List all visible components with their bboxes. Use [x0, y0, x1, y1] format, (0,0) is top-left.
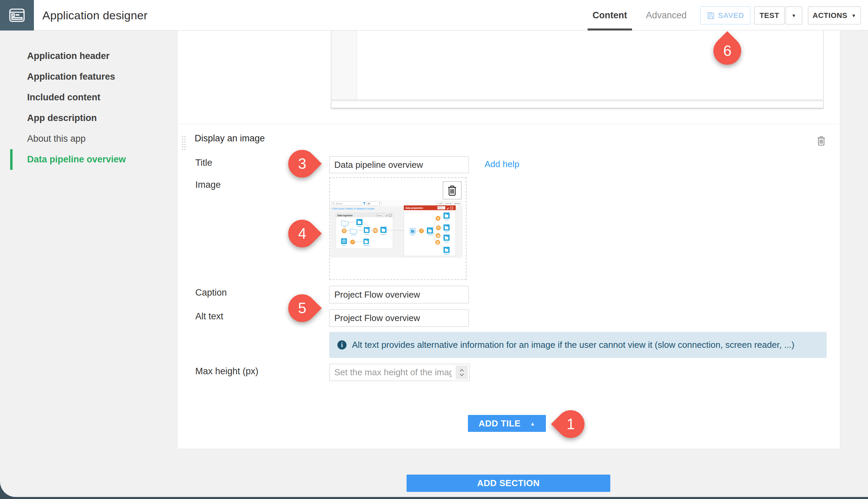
recipe-node — [342, 229, 346, 233]
dataset-node — [364, 227, 370, 233]
remove-image-trash-icon[interactable] — [443, 181, 462, 199]
add-tile-button[interactable]: ADD TILE ▲ — [468, 415, 546, 432]
annotation-marker-5: 5 — [288, 294, 316, 322]
flow-object-counts: 2 flow zones 3 folders 10 datasets 8 rec… — [332, 207, 375, 210]
flow-add-dataset-button: + DATASET — [453, 203, 461, 204]
info-banner-text: Alt text provides alternative informatio… — [352, 340, 794, 350]
editor-footer-bar — [331, 101, 823, 108]
sidebar-item-data-pipeline-overview[interactable]: Data pipeline overview — [0, 149, 177, 170]
sidebar-item-about-this-app[interactable]: About this app — [0, 129, 177, 149]
sidebar-item-application-features[interactable]: Application features — [0, 66, 177, 87]
caption-input[interactable] — [329, 286, 469, 303]
annotation-marker-1: 1 — [557, 410, 585, 438]
dataset-node — [380, 227, 387, 233]
top-bar: Application designer Content Advanced SA… — [0, 0, 868, 31]
title-field-label: Title — [195, 158, 212, 168]
dataset-node — [356, 219, 363, 225]
application-designer-icon — [9, 9, 25, 22]
recipe-node — [435, 240, 440, 245]
save-floppy-icon — [707, 12, 715, 20]
image-field-label: Image — [195, 180, 221, 190]
max-height-field-label: Max height (px) — [195, 366, 258, 377]
alt-text-info-banner: i Alt text provides alternative informat… — [329, 332, 827, 358]
chevron-down-icon: ▼ — [791, 13, 796, 18]
dataset-node — [443, 247, 450, 253]
title-input[interactable] — [329, 156, 469, 173]
alt-text-input[interactable] — [329, 309, 469, 327]
chevron-down-icon: ▼ — [852, 13, 856, 18]
dataset-node — [443, 212, 450, 219]
upload-node — [341, 238, 347, 244]
image-dropzone[interactable]: Search All + ZONE + RECIPE + DATASET 2 f… — [329, 177, 466, 280]
saved-button[interactable]: SAVED — [700, 7, 750, 24]
delete-tile-trash-icon[interactable] — [817, 136, 827, 146]
tile-divider — [178, 124, 840, 124]
stepper-up-icon — [460, 369, 464, 372]
info-icon: i — [338, 340, 346, 350]
section-sidebar: Application header Application features … — [0, 46, 177, 170]
flow-add-recipe-button: + RECIPE — [444, 203, 451, 204]
number-stepper[interactable] — [456, 365, 468, 379]
test-dropdown-button[interactable]: ▼ — [786, 7, 802, 24]
zone-preparation-title: Data preparation — [405, 207, 423, 209]
stepper-down-icon — [460, 373, 464, 376]
editor-gutter — [331, 31, 357, 100]
flow-screenshot-thumbnail: Search All + ZONE + RECIPE + DATASET 2 f… — [330, 200, 463, 258]
recipe-node — [373, 228, 378, 233]
recipe-node — [436, 233, 440, 238]
content-panel: Display an image Title Add help Image — [177, 31, 840, 449]
application-designer-page: Application designer Content Advanced SA… — [0, 0, 868, 497]
dataset-node — [364, 239, 369, 244]
flow-search-placeholder: Search — [336, 203, 343, 205]
annotation-marker-4: 4 — [288, 220, 316, 247]
caption-field-label: Caption — [195, 288, 227, 298]
saved-label: SAVED — [718, 11, 744, 20]
svg-text:BUILD: BUILD — [439, 207, 443, 209]
recipe-node — [436, 226, 441, 230]
code-editor-remnant[interactable] — [331, 31, 823, 100]
tab-advanced[interactable]: Advanced — [641, 0, 692, 31]
page-title: Application designer — [42, 0, 147, 31]
add-section-button[interactable]: ADD SECTION — [406, 475, 610, 492]
folder-node — [350, 229, 357, 234]
test-button[interactable]: TEST — [754, 7, 785, 24]
sidebar-item-application-header[interactable]: Application header — [0, 46, 177, 66]
zone-ingestion-title: Data ingestion — [338, 214, 353, 217]
recipe-node — [419, 229, 424, 233]
actions-button[interactable]: ACTIONS ▼ — [808, 7, 861, 24]
recipe-node — [350, 240, 355, 244]
dataset-node — [427, 228, 433, 234]
flow-filter-all: All — [368, 203, 370, 205]
chevron-up-icon: ▲ — [530, 421, 535, 426]
tile-type-heading: Display an image — [195, 133, 265, 144]
active-tab-underline — [588, 28, 632, 31]
shared-dataset-node — [410, 228, 415, 234]
tab-content[interactable]: Content — [588, 0, 632, 31]
max-height-input[interactable] — [329, 364, 469, 381]
dataset-node — [443, 234, 450, 241]
folder-node — [341, 221, 348, 226]
annotation-marker-3: 3 — [288, 150, 316, 178]
flow-add-zone-button: + ZONE — [437, 203, 442, 204]
sidebar-item-included-content[interactable]: Included content — [0, 87, 177, 108]
add-help-link[interactable]: Add help — [485, 159, 519, 170]
app-logo[interactable] — [0, 0, 34, 31]
alt-text-field-label: Alt text — [195, 311, 223, 322]
sidebar-item-app-description[interactable]: App description — [0, 108, 177, 129]
dataset-node — [443, 224, 450, 231]
tile-drag-handle-icon[interactable] — [181, 135, 186, 152]
svg-text:BUILD: BUILD — [378, 215, 382, 216]
recipe-node — [436, 216, 440, 221]
